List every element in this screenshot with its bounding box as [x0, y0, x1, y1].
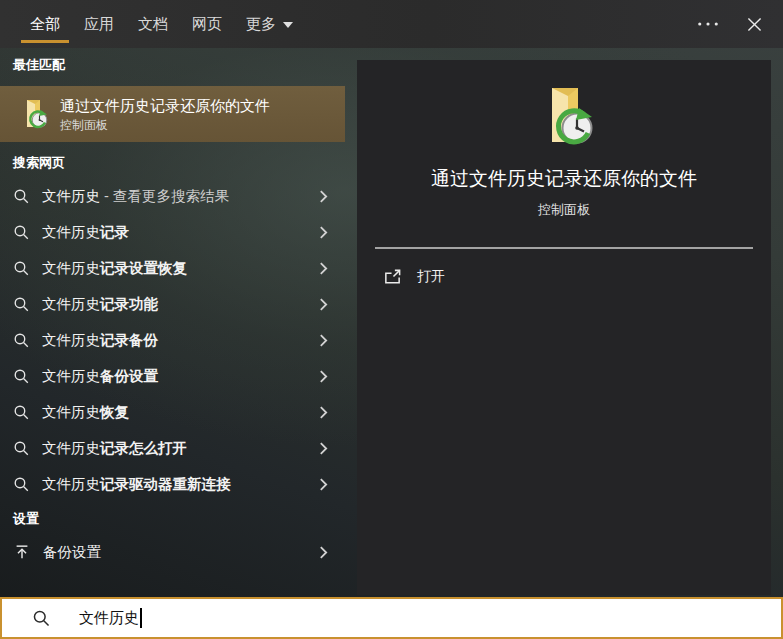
chevron-right-icon[interactable]	[319, 297, 328, 312]
file-history-icon	[17, 98, 49, 130]
chevron-right-icon[interactable]	[319, 261, 328, 276]
web-suggestion-row[interactable]: 文件历史记录设置恢复	[0, 250, 345, 286]
best-match-header: 最佳匹配	[0, 48, 345, 86]
search-input[interactable]: 文件历史	[0, 597, 783, 639]
chevron-right-icon[interactable]	[319, 477, 328, 492]
tab-apps[interactable]: 应用	[82, 0, 116, 48]
search-icon	[13, 296, 30, 313]
web-suggestion-row[interactable]: 文件历史记录怎么打开	[0, 430, 345, 466]
search-query-text: 文件历史	[79, 609, 139, 628]
web-suggestion-row[interactable]: 文件历史备份设置	[0, 358, 345, 394]
chevron-right-icon[interactable]	[319, 405, 328, 420]
web-suggestion-row[interactable]: 文件历史记录驱动器重新连接	[0, 466, 345, 502]
filter-tabs: 全部 应用 文档 网页 更多	[0, 0, 295, 48]
ellipsis-icon	[697, 21, 719, 27]
windows-search-flyout: 全部 应用 文档 网页 更多 最佳匹配 通过文件历史记录还原你的文件 控制面板	[0, 0, 783, 639]
search-icon	[32, 609, 51, 628]
settings-header: 设置	[0, 502, 345, 534]
more-options-button[interactable]	[689, 0, 727, 48]
tab-web[interactable]: 网页	[190, 0, 224, 48]
search-icon	[13, 332, 30, 349]
chevron-right-icon[interactable]	[319, 441, 328, 456]
search-icon	[13, 404, 30, 421]
close-icon	[747, 17, 762, 32]
search-icon	[13, 260, 30, 277]
divider	[375, 247, 753, 249]
results-list: 最佳匹配 通过文件历史记录还原你的文件 控制面板 搜索网页 文件历史 - 查看更…	[0, 48, 345, 597]
web-suggestion-row[interactable]: 文件历史记录	[0, 214, 345, 250]
close-button[interactable]	[735, 0, 773, 48]
chevron-right-icon[interactable]	[319, 545, 328, 560]
preview-panel: 通过文件历史记录还原你的文件 控制面板 打开	[357, 60, 771, 595]
tab-more[interactable]: 更多	[244, 0, 295, 48]
chevron-right-icon[interactable]	[319, 189, 328, 204]
best-match-result[interactable]: 通过文件历史记录还原你的文件 控制面板	[0, 86, 345, 142]
chevron-right-icon[interactable]	[319, 333, 328, 348]
chevron-right-icon[interactable]	[319, 225, 328, 240]
search-icon	[13, 440, 30, 457]
chevron-right-icon[interactable]	[319, 369, 328, 384]
chevron-down-icon	[283, 22, 293, 28]
file-history-icon-large	[532, 84, 596, 148]
best-match-subtitle: 控制面板	[60, 117, 270, 133]
search-icon	[13, 368, 30, 385]
text-cursor	[140, 608, 142, 628]
tab-documents[interactable]: 文档	[136, 0, 170, 48]
web-search-header: 搜索网页	[0, 142, 345, 178]
tab-all[interactable]: 全部	[28, 0, 62, 48]
open-action[interactable]: 打开	[357, 255, 771, 299]
open-external-icon	[383, 268, 402, 287]
best-match-title: 通过文件历史记录还原你的文件	[60, 96, 270, 116]
search-icon	[13, 224, 30, 241]
settings-result-row[interactable]: 备份设置	[0, 534, 345, 570]
web-suggestion-row[interactable]: 文件历史记录功能	[0, 286, 345, 322]
web-suggestion-row[interactable]: 文件历史 - 查看更多搜索结果	[0, 178, 345, 214]
web-suggestion-row[interactable]: 文件历史记录备份	[0, 322, 345, 358]
open-action-label: 打开	[417, 268, 445, 286]
search-icon	[13, 476, 30, 493]
settings-result-label: 备份设置	[43, 543, 307, 562]
preview-subtitle: 控制面板	[538, 201, 590, 219]
web-suggestion-row[interactable]: 文件历史恢复	[0, 394, 345, 430]
search-filter-bar: 全部 应用 文档 网页 更多	[0, 0, 783, 48]
search-icon	[13, 188, 30, 205]
preview-title: 通过文件历史记录还原你的文件	[431, 166, 697, 192]
backup-icon	[13, 543, 31, 561]
